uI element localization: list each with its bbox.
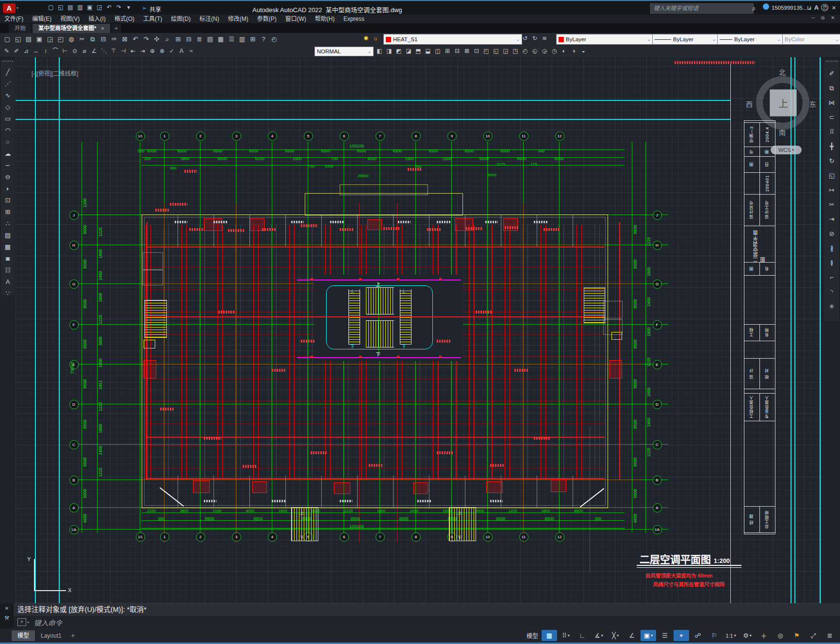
doc-restore-button[interactable]: ⧉	[821, 15, 824, 21]
quickcalc-icon[interactable]: ◰	[481, 47, 491, 56]
layer-translate-icon[interactable]: ≋	[540, 34, 549, 43]
logo-caret-icon[interactable]: ▾	[16, 6, 18, 10]
adjust-icon[interactable]: ◐	[559, 47, 569, 56]
ungroup-icon[interactable]: ⬓	[423, 47, 433, 56]
lineweight-combo[interactable]: ByLayer⌄	[717, 34, 783, 45]
zoom-previous-icon[interactable]: ⊟	[183, 34, 194, 45]
customization[interactable]: ≣	[822, 630, 838, 641]
doc-close-button[interactable]: ✕	[831, 15, 835, 20]
mtext-icon[interactable]: A	[1, 276, 14, 288]
viewcube-direction[interactable]: 西	[746, 99, 753, 109]
stretch-icon[interactable]: ↦	[825, 183, 838, 198]
polar-toggle[interactable]: ∡ ▾	[591, 630, 607, 641]
otrack-toggle[interactable]: ∠	[624, 630, 640, 641]
dim-baseline-icon[interactable]: ⊤	[109, 47, 118, 56]
account-menu[interactable]: 1505999135... ▾	[772, 5, 811, 11]
dim-diameter-icon[interactable]: ⌀	[80, 47, 89, 56]
menu-0[interactable]: 文件(F)	[0, 15, 28, 23]
snap-toggle[interactable]: ⠿ ▾	[558, 630, 574, 641]
layer-state-icon[interactable]: ▦	[215, 34, 226, 45]
revcloud-icon[interactable]: ☁	[1, 148, 14, 160]
cut-icon[interactable]: ✂	[77, 34, 87, 45]
layout1-tab[interactable]: Layout1	[35, 630, 67, 641]
list-icon[interactable]: ◱	[491, 47, 501, 56]
viewcube-direction[interactable]: 南	[779, 127, 786, 137]
viewcube-direction[interactable]: 东	[809, 99, 816, 109]
dim-edit-icon[interactable]: ✓	[167, 47, 177, 56]
clip-icon[interactable]: ◷	[549, 47, 559, 56]
new-layout-button[interactable]: +	[67, 630, 79, 641]
command-close-icon[interactable]: ✕	[0, 603, 14, 611]
draworder-back-icon[interactable]: ◨	[384, 47, 394, 56]
create-block-icon[interactable]: ⊞	[1, 206, 14, 218]
dim-continue-icon[interactable]: ⊣	[118, 47, 128, 56]
rotate-icon[interactable]: ↻	[825, 154, 838, 168]
open-file-icon[interactable]: ◱	[56, 3, 66, 12]
tab-close-icon[interactable]: ✕	[101, 26, 105, 31]
image-attach-icon[interactable]: ◶	[540, 47, 549, 56]
text-style-icon[interactable]: ✎	[2, 47, 12, 56]
linetype-combo[interactable]: ByLayer⌄	[652, 34, 718, 45]
search-input[interactable]: 键入关键字或短语	[650, 3, 754, 14]
share-button[interactable]: 共享	[149, 5, 161, 13]
zoom-window-icon[interactable]: ⊞	[173, 34, 183, 45]
gradient-icon[interactable]: ▩	[1, 241, 14, 253]
ortho-toggle[interactable]: ∟	[575, 630, 590, 641]
tab-start[interactable]: 开始	[9, 24, 32, 33]
block-edit-icon[interactable]: ⊠	[119, 34, 130, 45]
properties-icon[interactable]: ☰	[226, 34, 237, 45]
table-style-icon[interactable]: ⊿	[21, 47, 31, 56]
store-cart-icon[interactable]: ⊔	[807, 4, 811, 11]
trim-icon[interactable]: ✂	[825, 198, 838, 212]
draworder-under-icon[interactable]: ◪	[404, 47, 413, 56]
spline-icon[interactable]: ∽	[1, 160, 14, 171]
plotstyle-combo[interactable]: ByColor⌄	[782, 34, 840, 45]
command-input[interactable]: 键入命令	[34, 617, 62, 627]
circle-icon[interactable]: ○	[1, 136, 14, 148]
save-icon[interactable]: ▤	[23, 34, 34, 45]
command-customize-icon[interactable]: ⚒	[0, 611, 14, 621]
globe-icon[interactable]: ◍	[66, 34, 77, 45]
layer-thaw-icon[interactable]: ☼	[371, 34, 380, 43]
dim-space-icon[interactable]: ⇤	[128, 47, 138, 56]
palettes-icon[interactable]: ▥	[237, 34, 247, 45]
explode-icon[interactable]: ✳	[825, 299, 838, 314]
table-icon[interactable]: ☷	[1, 264, 14, 276]
group-edit-icon[interactable]: ◫	[433, 47, 443, 56]
dist-icon[interactable]: ◲	[501, 47, 511, 56]
zoom-realtime-icon[interactable]: ⌕	[162, 34, 173, 45]
chamfer-icon[interactable]: ⌐	[825, 270, 838, 285]
area-icon[interactable]: ⊟	[452, 47, 462, 56]
menu-6[interactable]: 绘图(D)	[166, 15, 195, 23]
menu-11[interactable]: 帮助(H)	[311, 15, 339, 23]
mirror-icon[interactable]: ⋈	[825, 96, 838, 110]
workspace-switch[interactable]: ⚙ ▾	[740, 630, 755, 641]
redo-icon[interactable]: ↷	[141, 34, 151, 45]
polyline-icon[interactable]: ∿	[1, 90, 14, 101]
erase-icon[interactable]: ✐	[825, 66, 838, 81]
snap-settings-icon[interactable]: ◒	[578, 47, 588, 56]
help-icon[interactable]: ?	[258, 34, 269, 45]
region-icon[interactable]: ◙	[1, 253, 14, 264]
grid-toggle[interactable]: ▦	[542, 630, 557, 641]
menu-4[interactable]: 格式(O)	[110, 15, 139, 23]
new-icon[interactable]: ▢	[2, 34, 13, 45]
copy-icon[interactable]: ⧉	[825, 81, 838, 96]
undo-icon[interactable]: ↶	[130, 34, 141, 45]
clean-screen[interactable]: ⤢	[806, 630, 821, 641]
scale-icon[interactable]: ◱	[825, 168, 838, 183]
viewcube-direction[interactable]: 北	[779, 67, 786, 77]
menu-2[interactable]: 视图(V)	[56, 15, 84, 23]
layer-properties-icon[interactable]: ≣	[194, 34, 205, 45]
dim-update-icon[interactable]: ≈	[186, 47, 196, 56]
maximize-button[interactable]: ☐	[823, 5, 827, 11]
draworder-above-icon[interactable]: ◩	[394, 47, 404, 56]
copy-clip-icon[interactable]: ⧉	[87, 34, 98, 45]
dim-quick-icon[interactable]: ⋱	[99, 47, 109, 56]
group-icon[interactable]: ⬒	[413, 47, 423, 56]
menu-8[interactable]: 修改(M)	[224, 15, 253, 23]
command-prompt-icon[interactable]: >	[17, 618, 26, 626]
layer-list-icon[interactable]: ▤	[205, 34, 215, 45]
menu-10[interactable]: 窗口(W)	[281, 15, 311, 23]
rectangle-icon[interactable]: ▭	[1, 113, 14, 125]
